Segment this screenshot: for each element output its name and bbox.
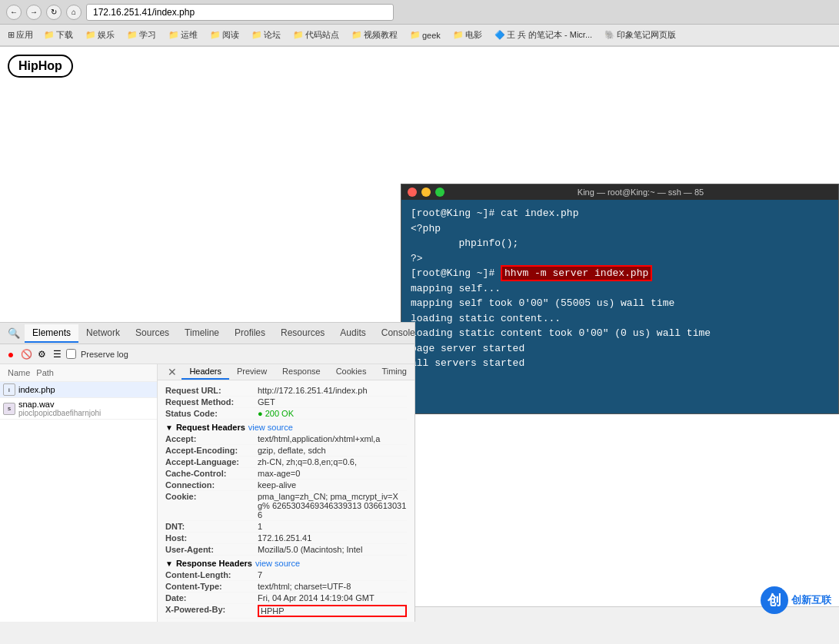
detail-tabs: ✕ Headers Preview Response Cookies Timin… — [158, 364, 415, 380]
detail-tab-headers[interactable]: Headers — [181, 364, 229, 380]
path-col-header: Path — [33, 367, 57, 379]
terminal-line-3: phpinfo(); — [411, 237, 518, 249]
terminal-content: [root@King ~]# cat index.php <?php phpin… — [411, 206, 829, 371]
terminal-maximize-button[interactable] — [435, 188, 444, 197]
preserve-log-checkbox[interactable] — [66, 349, 76, 359]
tab-resources[interactable]: Resources — [273, 324, 332, 343]
terminal-line-4: ?> — [411, 253, 423, 264]
bookmark-ops[interactable]: 📁 运维 — [164, 28, 202, 42]
response-headers-section: ▼ Response Headers view source — [165, 556, 407, 569]
detail-key-status: Status Code: — [165, 409, 258, 418]
request-headers-arrow[interactable]: ▼ — [165, 423, 173, 432]
tab-console[interactable]: Console — [374, 324, 423, 343]
view-source-link-2[interactable]: view source — [255, 559, 300, 568]
bookmark-label: 论坛 — [264, 29, 281, 41]
watermark: 创 创新互联 — [761, 586, 831, 614]
back-button[interactable]: ← — [6, 5, 22, 20]
tab-network[interactable]: Network — [78, 324, 128, 343]
terminal-minimize-button[interactable] — [421, 188, 431, 197]
network-item-indexphp[interactable]: i index.php — [0, 382, 157, 398]
detail-row-url: Request URL: http://172.16.251.41/index.… — [165, 385, 407, 397]
detail-val-status: ● 200 OK — [258, 409, 407, 418]
reload-button[interactable]: ↻ — [46, 5, 62, 20]
detail-key-date: Date: — [165, 593, 258, 603]
bookmark-movie[interactable]: 📁 电影 — [448, 28, 487, 42]
detail-key-content-length: Content-Length: — [165, 570, 258, 579]
detail-row-useragent: User-Agent: Mozilla/5.0 (Macintosh; Inte… — [165, 544, 407, 556]
bookmark-video[interactable]: 📁 视频教程 — [347, 28, 402, 42]
detail-row-status: Status Code: ● 200 OK — [165, 408, 407, 420]
detail-val-connection: keep-alive — [258, 480, 407, 490]
bookmark-study[interactable]: 📁 学习 — [122, 28, 161, 42]
browser-chrome: ← → ↻ ⌂ ⊞ 应用 📁 下载 📁 娱乐 📁 学习 📁 运维 📁 阅读 — [0, 0, 839, 47]
terminal-close-button[interactable] — [408, 188, 417, 197]
bookmark-code[interactable]: 📁 代码站点 — [288, 28, 344, 42]
bookmark-label: 代码站点 — [305, 29, 339, 41]
tab-sources[interactable]: Sources — [128, 324, 177, 343]
bookmark-entertainment[interactable]: 📁 娱乐 — [81, 28, 119, 42]
network-list: Name Path i index.php s snap.wav pioclpo… — [0, 364, 158, 622]
detail-tab-response[interactable]: Response — [275, 364, 328, 380]
bookmark-icon: 📁 — [168, 30, 179, 40]
filter-button[interactable]: ⚙ — [35, 348, 48, 360]
detail-val-cookie: pma_lang=zh_CN; pma_mcrypt_iv=Xg% 626530… — [258, 492, 407, 520]
apps-button[interactable]: ⊞ 应用 — [5, 28, 36, 42]
detail-key-dnt: DNT: — [165, 522, 258, 531]
detail-val-accept-encoding: gzip, deflate, sdch — [258, 446, 407, 455]
terminal-titlebar: King — root@King:~ — ssh — 85 — [401, 184, 838, 200]
apps-label: 应用 — [16, 29, 33, 41]
detail-key-useragent: User-Agent: — [165, 545, 258, 554]
bookmark-geek[interactable]: 📁 geek — [405, 28, 445, 41]
terminal-line-2: <?php — [411, 223, 441, 234]
detail-val-date: Fri, 04 Apr 2014 14:19:04 GMT — [258, 593, 407, 603]
devtools-search-icon[interactable]: 🔍 — [3, 327, 25, 339]
detail-key-host: Host: — [165, 533, 258, 543]
view-source-link[interactable]: view source — [248, 423, 293, 432]
tab-elements[interactable]: Elements — [25, 324, 78, 343]
tab-profiles[interactable]: Profiles — [227, 324, 273, 343]
terminal-title: King — root@King:~ — ssh — 85 — [449, 188, 832, 197]
list-view-button[interactable]: ☰ — [51, 348, 63, 360]
detail-row-connection: Connection: keep-alive — [165, 480, 407, 491]
terminal-line-9: loading static content took 0'00" (0 us)… — [411, 327, 711, 339]
tab-timeline[interactable]: Timeline — [177, 324, 227, 343]
detail-row-accept-encoding: Accept-Encoding: gzip, deflate, sdch — [165, 445, 407, 456]
bookmark-reading[interactable]: 📁 阅读 — [205, 28, 244, 42]
address-bar[interactable] — [86, 4, 394, 21]
network-item-icon-2: s — [3, 403, 15, 415]
response-headers-arrow[interactable]: ▼ — [165, 559, 173, 568]
bookmark-download[interactable]: 📁 下载 — [39, 28, 78, 42]
detail-tab-preview[interactable]: Preview — [229, 364, 275, 380]
terminal-line-5: [root@King ~]# hhvm -m server index.php — [411, 265, 652, 281]
detail-close-button[interactable]: ✕ — [163, 364, 181, 380]
terminal-line-7: mapping self took 0'00" (55005 us) wall … — [411, 297, 674, 309]
request-headers-label: Request Headers — [176, 423, 245, 432]
record-button[interactable]: ● — [5, 348, 17, 360]
detail-key-content-type: Content-Type: — [165, 582, 258, 591]
terminal-line-10: page server started — [411, 343, 524, 354]
bookmark-label: 学习 — [139, 29, 156, 41]
bookmark-evernote[interactable]: 🐘 印象笔记网页版 — [600, 28, 681, 42]
detail-key-url: Request URL: — [165, 386, 258, 395]
network-item-name: index.php — [18, 385, 55, 394]
devtools-detail: ✕ Headers Preview Response Cookies Timin… — [158, 364, 415, 622]
clear-button[interactable]: 🚫 — [20, 348, 32, 360]
terminal-line-1: [root@King ~]# cat index.php — [411, 207, 578, 219]
terminal-body: [root@King ~]# cat index.php <?php phpin… — [401, 200, 838, 409]
bookmark-forum[interactable]: 📁 论坛 — [247, 28, 285, 42]
terminal-window: King — root@King:~ — ssh — 85 [root@King… — [401, 184, 839, 414]
devtools-body: Name Path i index.php s snap.wav pioclpo… — [0, 364, 415, 622]
preserve-log-label: Preserve log — [81, 350, 128, 359]
detail-tab-timing[interactable]: Timing — [374, 364, 415, 380]
bookmark-notebook[interactable]: 🔷 王 兵 的笔记本 - Micr... — [490, 28, 597, 42]
detail-row-x-powered-by: X-Powered-By: HPHP — [165, 604, 407, 619]
response-headers-label: Response Headers — [176, 559, 252, 568]
request-headers-section: ▼ Request Headers view source — [165, 420, 407, 433]
bookmark-icon: 📁 — [127, 30, 138, 40]
detail-tab-cookies[interactable]: Cookies — [328, 364, 375, 380]
network-item-snapwav[interactable]: s snap.wav pioclpopicdbaefiharnjohi — [0, 398, 157, 420]
detail-key-accept: Accept: — [165, 434, 258, 443]
forward-button[interactable]: → — [26, 5, 42, 20]
tab-audits[interactable]: Audits — [332, 324, 373, 343]
home-button[interactable]: ⌂ — [66, 5, 82, 20]
